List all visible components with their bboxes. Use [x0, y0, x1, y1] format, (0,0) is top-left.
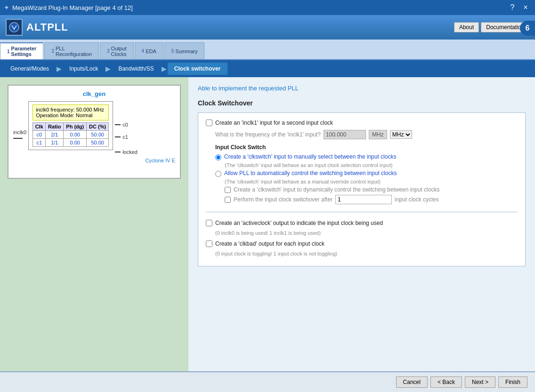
switchover-after-label: Perform the input clock switchover after	[234, 196, 332, 203]
right-panel: Able to implement the requested PLL Cloc…	[188, 77, 535, 371]
clkbad-label: Create a 'clkbad' output for each input …	[215, 240, 324, 247]
activeclock-checkbox[interactable]	[206, 220, 212, 226]
next-button[interactable]: Next >	[465, 376, 495, 388]
back-button[interactable]: < Back	[430, 376, 462, 388]
schematic-title: clk_gen	[13, 90, 175, 97]
cell-ph-c0: 0.00	[64, 131, 87, 139]
tab-output-clocks[interactable]: 3 OutputClocks	[100, 42, 134, 59]
tab-pll-reconfig[interactable]: 2 PLLReconfiguration	[44, 42, 99, 59]
finish-button[interactable]: Finish	[498, 376, 527, 388]
tab-num-5: 5	[171, 48, 174, 54]
help-button[interactable]: ?	[507, 2, 518, 13]
clkbad-checkbox[interactable]	[206, 240, 212, 247]
about-button[interactable]: About	[454, 22, 479, 32]
logo-icon	[6, 19, 23, 36]
table-row: c0 2/1 0.00 50.00	[33, 131, 109, 139]
breadcrumb-clock-switchover[interactable]: Clock switchover	[168, 63, 227, 75]
left-panel: clk_gen inclk0 inclk0 frequency: 50.000 …	[0, 77, 188, 371]
tab-label-5: Summary	[175, 48, 197, 54]
switchover-section: Create an 'inclk1' input for a second in…	[198, 112, 526, 266]
tab-parameter-settings[interactable]: 1 ParameterSettings	[0, 42, 43, 59]
freq-question: What is the frequency of the 'inclk1' in…	[215, 131, 321, 138]
input-clock-switch-label: Input Clock Switch	[215, 144, 518, 151]
freq-unit-select[interactable]: MHz	[390, 130, 412, 139]
output-locked: locked	[115, 149, 138, 155]
create-inclk1-checkbox[interactable]	[206, 120, 212, 126]
title-controls: ? ×	[507, 2, 531, 13]
cell-dc-c0: 50.00	[87, 131, 109, 139]
breadcrumb-arrow-3: ▶	[162, 65, 167, 72]
status-text: Able to implement the requested PLL	[198, 85, 526, 92]
tab-nav: 1 ParameterSettings 2 PLLReconfiguration…	[0, 40, 535, 60]
clkbad-desc: (0 input clock is toggling/ 1 input cloc…	[206, 251, 518, 256]
tab-num-2: 2	[51, 48, 54, 54]
tab-eda[interactable]: 4 EDA	[135, 42, 163, 59]
switchover-after-checkbox[interactable]	[225, 197, 231, 203]
col-clk: Clk	[33, 123, 46, 131]
tab-num-3: 3	[107, 48, 110, 54]
tab-label-3: OutputClocks	[111, 46, 127, 57]
breadcrumb-inputs-lock[interactable]: Inputs/Lock	[63, 63, 105, 75]
section-title: Clock Switchover	[198, 99, 526, 107]
sub-clkswitch-row: Create a 'clkswitch' input to dynamicall…	[215, 186, 518, 193]
create-inclk1-label: Create an 'inclk1' input for a second in…	[215, 120, 333, 126]
freq-unit: MHz	[369, 130, 387, 139]
tooltip-line1: inclk0 frequency: 50.000 MHz	[36, 107, 105, 112]
inclk-side: inclk0	[13, 101, 28, 139]
switchover-cycles-input[interactable]	[335, 195, 392, 204]
logo-area: ALTPLL	[6, 19, 68, 36]
radio2-row: Allow PLL to automatically control the s…	[215, 170, 518, 177]
output-labels: c0 c1 locked	[115, 101, 138, 155]
tab-label-2: PLLReconfiguration	[56, 46, 92, 57]
cell-dc-c1: 50.00	[87, 139, 109, 147]
input-clock-switch-section: Input Clock Switch Create a 'clkswitch' …	[206, 144, 518, 204]
main-content: clk_gen inclk0 inclk0 frequency: 50.000 …	[0, 77, 535, 371]
col-dc: DC (%)	[87, 123, 109, 131]
cancel-button[interactable]: Cancel	[396, 376, 428, 388]
tab-num-4: 4	[142, 48, 145, 54]
logo-text: ALTPLL	[26, 21, 68, 33]
close-button[interactable]: ×	[520, 2, 531, 13]
activeclock-row: Create an 'activeclock' output to indica…	[206, 220, 518, 226]
title-bar-left: ✦ MegaWizard Plug-In Manager [page 4 of …	[4, 4, 133, 11]
col-ratio: Ratio	[46, 123, 64, 131]
radio2-desc: (The 'clkswitch' input will behave as a …	[225, 179, 518, 184]
c0-label: c0	[122, 122, 128, 128]
freq-row: What is the frequency of the 'inclk1' in…	[206, 130, 518, 139]
freq-input[interactable]	[324, 130, 366, 139]
activeclock-desc: (0 inclk0 is being used/ 1 inclk1 is bei…	[206, 230, 518, 236]
header-bar: ALTPLL About Documentation	[0, 15, 535, 40]
schematic-diagram: inclk0 inclk0 frequency: 50.000 MHz Oper…	[13, 101, 175, 155]
switchover-after-row: Perform the input clock switchover after…	[215, 195, 518, 204]
cell-ratio-c0: 2/1	[46, 131, 64, 139]
tab-num-1: 1	[7, 49, 10, 54]
radio1-clkswitch[interactable]	[215, 154, 221, 160]
title-bar: ✦ MegaWizard Plug-In Manager [page 4 of …	[0, 0, 535, 15]
breadcrumb-general-modes[interactable]: General/Modes	[4, 63, 56, 75]
table-row: c1 1/1 0.00 50.00	[33, 139, 109, 147]
breadcrumb-arrow-2: ▶	[105, 65, 111, 72]
breadcrumb-bandwidth-ss[interactable]: Bandwidth/SS	[112, 63, 160, 75]
output-c1: c1	[115, 134, 138, 140]
radio1-desc: (The 'clkswitch' input will behave as an…	[225, 162, 518, 168]
cell-clk-c1: c1	[33, 139, 46, 147]
schematic-inner-box: inclk0 frequency: 50.000 MHz Operation M…	[28, 101, 113, 150]
output-c0: c0	[115, 122, 138, 128]
col-ph: Ph (dg)	[64, 123, 87, 131]
tab-label-4: EDA	[146, 48, 156, 54]
tab-summary[interactable]: 5 Summary	[164, 42, 205, 59]
locked-label: locked	[122, 149, 138, 155]
schematic-tooltip: inclk0 frequency: 50.000 MHz Operation M…	[32, 104, 109, 120]
radio1-row: Create a 'clkswitch' input to manually s…	[215, 153, 518, 160]
sub-clkswitch-label: Create a 'clkswitch' input to dynamicall…	[234, 186, 439, 193]
tooltip-line2: Operation Mode: Normal	[36, 112, 105, 118]
cell-clk-c0: c0	[33, 131, 46, 139]
breadcrumb-arrow-1: ▶	[57, 65, 62, 72]
page-badge: 6	[520, 21, 535, 36]
cell-ratio-c1: 1/1	[46, 139, 64, 147]
window-title: MegaWizard Plug-In Manager [page 4 of 12…	[12, 4, 133, 11]
sub-clkswitch-checkbox[interactable]	[225, 187, 231, 193]
header-buttons: About Documentation	[454, 22, 529, 32]
bottom-bar: Cancel < Back Next > Finish	[0, 371, 535, 392]
radio2-auto[interactable]	[215, 171, 221, 177]
